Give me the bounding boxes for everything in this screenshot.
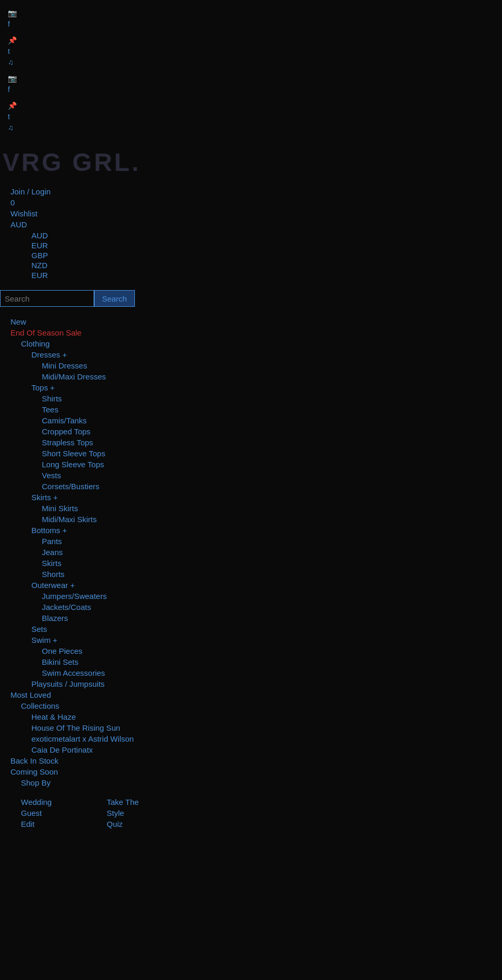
nav-exoticmetalart[interactable]: exoticmetalart x Astrid Wilson <box>10 734 502 743</box>
nav-swim[interactable]: Swim + <box>10 636 502 644</box>
social-group-4: 📌 t ♫ <box>8 100 502 133</box>
currency-selected[interactable]: AUD <box>10 220 502 229</box>
nav-outerwear[interactable]: Outerwear + <box>10 581 502 590</box>
nav-new[interactable]: New <box>10 317 502 326</box>
nav-midi-maxi-dresses[interactable]: Midi/Maxi Dresses <box>10 372 502 381</box>
logo-area: VRG GRL. <box>0 137 502 182</box>
facebook-icon-2[interactable]: f <box>8 84 502 95</box>
twitter-icon-2[interactable]: t <box>8 111 502 122</box>
nav-heat-haze[interactable]: Heat & Haze <box>10 712 502 721</box>
social-group-2: 📌 t ♫ <box>8 35 502 68</box>
nav-clothing[interactable]: Clothing <box>10 339 502 348</box>
search-area: Search <box>0 285 502 312</box>
search-button[interactable]: Search <box>94 290 135 307</box>
shop-by-wedding[interactable]: Wedding <box>21 798 105 806</box>
nav-coming-soon[interactable]: Coming Soon <box>10 767 502 776</box>
nav-vests[interactable]: Vests <box>10 471 502 480</box>
nav-jumpers-sweaters[interactable]: Jumpers/Sweaters <box>10 592 502 601</box>
social-group-1: 📷 f <box>8 8 502 30</box>
account-nav: Join / Login 0 Wishlist AUD AUD EUR GBP … <box>0 182 502 285</box>
pinterest-icon-2[interactable]: 📌 <box>8 100 502 111</box>
wishlist-link[interactable]: Wishlist <box>10 209 502 218</box>
currency-eur2[interactable]: EUR <box>31 271 502 280</box>
nav-short-sleeve-tops[interactable]: Short Sleeve Tops <box>10 449 502 458</box>
nav-house-rising-sun[interactable]: House Of The Rising Sun <box>10 723 502 732</box>
nav-mini-dresses[interactable]: Mini Dresses <box>10 361 502 370</box>
currency-aud[interactable]: AUD <box>31 231 502 240</box>
nav-midi-maxi-skirts[interactable]: Midi/Maxi Skirts <box>10 515 502 524</box>
nav-back-in-stock[interactable]: Back In Stock <box>10 756 502 765</box>
nav-jeans[interactable]: Jeans <box>10 548 502 557</box>
nav-strapless-tops[interactable]: Strapless Tops <box>10 438 502 447</box>
nav-sale[interactable]: End Of Season Sale <box>10 328 502 337</box>
search-input[interactable] <box>0 290 94 307</box>
currency-eur[interactable]: EUR <box>31 241 502 250</box>
nav-cropped-tops[interactable]: Cropped Tops <box>10 427 502 436</box>
nav-caia[interactable]: Caia De Portinatx <box>10 745 502 754</box>
nav-sets[interactable]: Sets <box>10 625 502 633</box>
join-login-link[interactable]: Join / Login <box>10 187 502 196</box>
nav-tees[interactable]: Tees <box>10 405 502 414</box>
social-icons-top: 📷 f 📌 t ♫ 📷 f 📌 t ♫ <box>0 0 502 137</box>
instagram-icon[interactable]: 📷 <box>8 8 502 19</box>
nav-one-pieces[interactable]: One Pieces <box>10 647 502 655</box>
nav-shorts[interactable]: Shorts <box>10 570 502 579</box>
shop-by-quiz[interactable]: Quiz <box>107 820 190 828</box>
pinterest-icon[interactable]: 📌 <box>8 35 502 46</box>
currency-nzd[interactable]: NZD <box>31 261 502 270</box>
tiktok-icon-2[interactable]: ♫ <box>8 122 502 133</box>
main-nav: New End Of Season Sale Clothing Dresses … <box>0 312 502 792</box>
shop-by-style[interactable]: Style <box>107 809 190 817</box>
nav-collections[interactable]: Collections <box>10 701 502 710</box>
currency-group: AUD EUR GBP NZD EUR <box>10 231 502 280</box>
shop-by-take-the[interactable]: Take The <box>107 798 190 806</box>
nav-bottoms[interactable]: Bottoms + <box>10 526 502 535</box>
nav-tops[interactable]: Tops + <box>10 383 502 392</box>
nav-corsets-bustiers[interactable]: Corsets/Bustiers <box>10 482 502 491</box>
logo[interactable]: VRG GRL. <box>0 148 494 177</box>
shop-by-grid: Wedding Take The Guest Style Edit Quiz <box>0 792 502 834</box>
nav-skirts-sub[interactable]: Skirts <box>10 559 502 568</box>
nav-dresses[interactable]: Dresses + <box>10 350 502 359</box>
nav-playsuits-jumpsuits[interactable]: Playsuits / Jumpsuits <box>10 679 502 688</box>
nav-pants[interactable]: Pants <box>10 537 502 546</box>
nav-skirts[interactable]: Skirts + <box>10 493 502 502</box>
social-group-3: 📷 f <box>8 73 502 95</box>
nav-camis-tanks[interactable]: Camis/Tanks <box>10 416 502 425</box>
facebook-icon[interactable]: f <box>8 19 502 30</box>
nav-mini-skirts[interactable]: Mini Skirts <box>10 504 502 513</box>
cart-count[interactable]: 0 <box>10 198 502 207</box>
nav-swim-accessories[interactable]: Swim Accessories <box>10 668 502 677</box>
nav-most-loved[interactable]: Most Loved <box>10 690 502 699</box>
nav-shirts[interactable]: Shirts <box>10 394 502 403</box>
nav-shop-by[interactable]: Shop By <box>10 778 502 787</box>
nav-blazers[interactable]: Blazers <box>10 614 502 622</box>
instagram-icon-2[interactable]: 📷 <box>8 73 502 84</box>
shop-by-edit[interactable]: Edit <box>21 820 105 828</box>
twitter-icon[interactable]: t <box>8 46 502 57</box>
shop-by-guest[interactable]: Guest <box>21 809 105 817</box>
currency-gbp[interactable]: GBP <box>31 251 502 260</box>
nav-jackets-coats[interactable]: Jackets/Coats <box>10 603 502 612</box>
nav-bikini-sets[interactable]: Bikini Sets <box>10 658 502 666</box>
tiktok-icon[interactable]: ♫ <box>8 57 502 68</box>
nav-long-sleeve-tops[interactable]: Long Sleeve Tops <box>10 460 502 469</box>
